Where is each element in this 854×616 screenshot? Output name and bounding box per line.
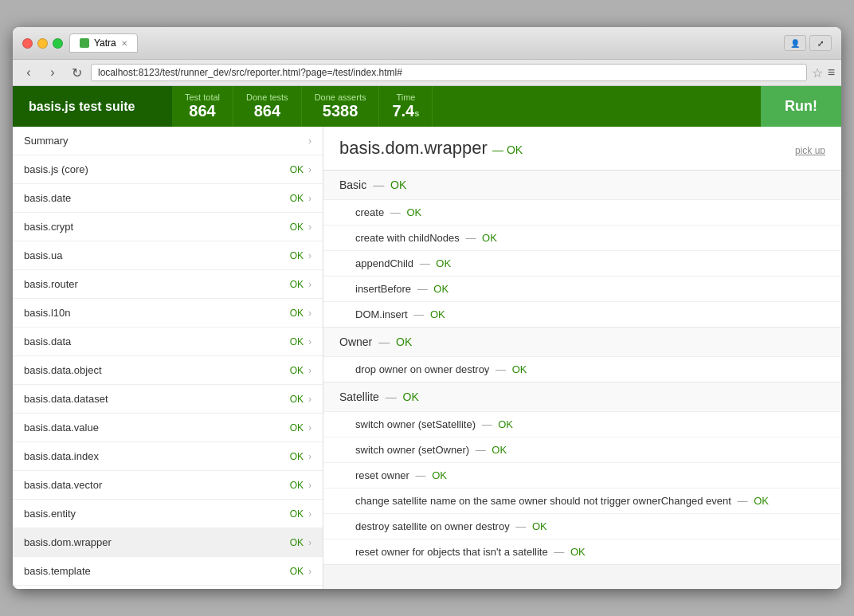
content-title: basis.dom.wrapper — OK xyxy=(339,138,523,159)
sidebar-item-name: basis.data.object xyxy=(24,364,290,376)
sidebar-item-status: OK xyxy=(290,250,304,261)
tab-close-icon[interactable]: ✕ xyxy=(121,39,127,48)
back-button[interactable]: ‹ xyxy=(19,63,38,82)
sidebar-item-status: OK xyxy=(290,480,304,491)
sidebar-item-name: basis.data xyxy=(24,335,290,347)
sidebar-arrow-icon: › xyxy=(308,336,311,347)
sidebar-item-name: basis.data.vector xyxy=(24,479,290,491)
content-header: basis.dom.wrapper — OK pick up xyxy=(323,127,841,171)
browser-tab[interactable]: Yatra ✕ xyxy=(69,33,138,53)
test-section: Satellite — OKswitch owner (setSatellite… xyxy=(323,383,841,565)
sidebar-item[interactable]: Summary › xyxy=(13,127,323,155)
minimize-button[interactable] xyxy=(37,38,48,49)
sidebar-item-name: basis.l10n xyxy=(24,307,290,319)
stat-test-total-label: Test total xyxy=(185,92,220,102)
sidebar-arrow-icon: › xyxy=(308,308,311,319)
sidebar-item-status: OK xyxy=(290,279,304,290)
address-bar[interactable] xyxy=(91,64,807,81)
sidebar-item-name: basis.crypt xyxy=(24,221,290,233)
sidebar-item-name: basis.data.index xyxy=(24,450,290,462)
test-name: reset owner xyxy=(355,469,409,481)
stat-test-total-value: 864 xyxy=(185,102,220,120)
sidebar-item[interactable]: basis.js (core) OK › xyxy=(13,155,323,184)
test-name: switch owner (setOwner) xyxy=(355,444,469,456)
sidebar-item[interactable]: basis.dom.wrapper OK › xyxy=(13,528,323,557)
stat-done-tests-value: 864 xyxy=(246,102,288,120)
run-button[interactable]: Run! xyxy=(761,86,841,127)
sidebar-arrow-icon: › xyxy=(308,164,311,175)
sidebar-item-name: basis.entity xyxy=(24,508,290,520)
test-name: appendChild xyxy=(355,257,413,269)
title-bar: Yatra ✕ 👤 ⤢ xyxy=(13,27,841,60)
sidebar-item-status: OK xyxy=(290,336,304,347)
close-button[interactable] xyxy=(22,38,33,49)
test-item: drop owner on owner destroy — OK xyxy=(323,357,841,382)
sidebar-item-status: OK xyxy=(290,164,304,175)
test-section: Basic — OKcreate — OKcreate with childNo… xyxy=(323,171,841,328)
sidebar-item-name: basis.template xyxy=(24,565,290,577)
reload-button[interactable]: ↻ xyxy=(67,63,86,82)
sidebar-item-status: OK xyxy=(290,537,304,548)
traffic-lights xyxy=(22,38,63,49)
browser-window: Yatra ✕ 👤 ⤢ ‹ › ↻ ☆ ≡ basis.js test suit… xyxy=(13,27,841,589)
section-name: Basic xyxy=(339,179,366,191)
test-name: DOM.insert xyxy=(355,308,408,320)
sidebar-arrow-icon: › xyxy=(308,250,311,261)
sidebar-item[interactable]: basis.data.dataset OK › xyxy=(13,385,323,414)
sidebar-item-status: OK xyxy=(290,308,304,319)
test-name: change satellite name on the same owner … xyxy=(355,495,731,507)
test-name: destroy satellite on owner destroy xyxy=(355,520,510,532)
stat-done-tests-label: Done tests xyxy=(246,92,288,102)
sidebar-item-status: OK xyxy=(290,422,304,434)
stat-time: Time 7.4s xyxy=(379,86,433,127)
test-status: OK xyxy=(512,363,527,375)
sidebar-arrow-icon: › xyxy=(308,222,311,233)
sidebar-item[interactable]: basis.date OK › xyxy=(13,184,323,213)
sidebar-arrow-icon: › xyxy=(308,566,311,577)
sidebar-item[interactable]: basis.data.value OK › xyxy=(13,414,323,442)
sidebar-item-name: basis.dom.wrapper xyxy=(24,536,290,548)
section-header: Satellite — OK xyxy=(323,383,841,412)
test-item: DOM.insert — OK xyxy=(323,302,841,327)
sidebar-item[interactable]: basis.l10n OK › xyxy=(13,299,323,328)
sidebar-item[interactable]: basis.data OK › xyxy=(13,328,323,356)
section-header: Owner — OK xyxy=(323,328,841,357)
test-status: OK xyxy=(492,444,507,456)
sidebar-arrow-icon: › xyxy=(308,279,311,290)
test-item: appendChild — OK xyxy=(323,251,841,277)
sidebar-item[interactable]: basis.data.index OK › xyxy=(13,442,323,471)
sidebar-item[interactable]: basis.template OK › xyxy=(13,557,323,586)
sidebar-item[interactable]: basis.data.object OK › xyxy=(13,356,323,385)
fullscreen-icon[interactable]: ⤢ xyxy=(809,35,832,51)
tab-bar: Yatra ✕ xyxy=(69,33,778,53)
test-status: OK xyxy=(430,308,445,320)
sidebar-item[interactable]: basis.ua OK › xyxy=(13,241,323,270)
stats-bar: Test total 864 Done tests 864 Done asser… xyxy=(172,86,761,127)
maximize-button[interactable] xyxy=(53,38,63,49)
sidebar-item[interactable]: basis.data.vector OK › xyxy=(13,471,323,500)
stat-test-total: Test total 864 xyxy=(172,86,233,127)
user-icon[interactable]: 👤 xyxy=(784,35,806,51)
sidebar-arrow-icon: › xyxy=(308,537,311,548)
sidebar-item[interactable]: basis.router OK › xyxy=(13,270,323,299)
test-status: OK xyxy=(754,495,769,507)
bookmark-icon[interactable]: ☆ xyxy=(812,65,823,80)
app-body: basis.js test suite Test total 864 Done … xyxy=(13,86,841,589)
sidebar-item-name: basis.ua xyxy=(24,249,290,261)
content-title-text: basis.dom.wrapper xyxy=(339,138,488,158)
sidebar-item-name: basis.date xyxy=(24,192,290,204)
tab-label: Yatra xyxy=(94,37,116,49)
stat-time-unit: s xyxy=(414,108,419,118)
section-header: Basic — OK xyxy=(323,171,841,200)
menu-icon[interactable]: ≡ xyxy=(828,65,835,80)
test-status: OK xyxy=(482,232,497,244)
sidebar-item[interactable]: basis.crypt OK › xyxy=(13,213,323,241)
test-item: reset owner for objects that isn't a sat… xyxy=(323,539,841,564)
sidebar-arrow-icon: › xyxy=(308,365,311,376)
test-section: Owner — OKdrop owner on owner destroy — … xyxy=(323,328,841,383)
pick-up-link[interactable]: pick up xyxy=(795,145,825,156)
sidebar-item[interactable]: basis.entity OK › xyxy=(13,500,323,528)
forward-button[interactable]: › xyxy=(43,63,62,82)
stat-done-tests: Done tests 864 xyxy=(233,86,302,127)
test-status: OK xyxy=(570,546,586,558)
